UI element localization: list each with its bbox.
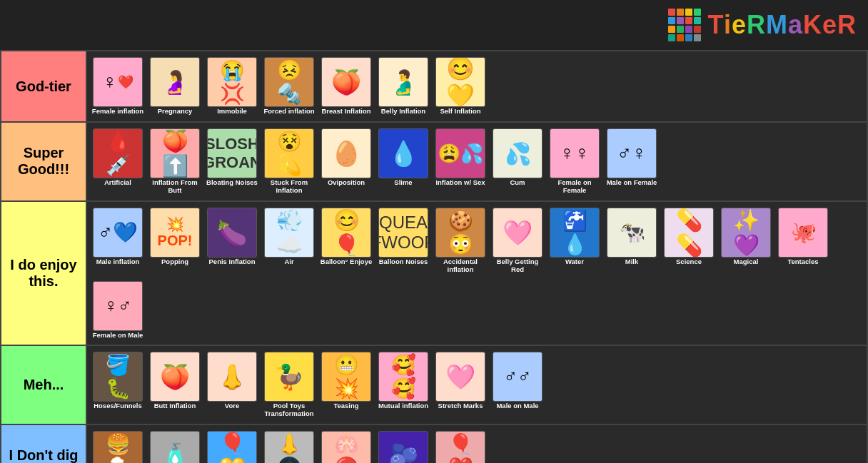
list-item[interactable]: 😣🔩 Forced inflation <box>261 54 317 118</box>
item-label: Forced inflation <box>263 107 314 115</box>
item-img: 🍑 <box>321 57 371 107</box>
list-item[interactable]: 😊💛 Self Inflation <box>433 54 488 118</box>
header: TieRMaKeR <box>0 0 868 50</box>
list-item[interactable]: 💦 Cum <box>490 126 545 189</box>
list-item[interactable]: 🩸💉 Artificial <box>90 126 146 189</box>
item-label: Balloon Noises <box>379 258 428 265</box>
list-item[interactable]: ✨💜 Magical <box>718 205 774 268</box>
item-label: Balloon° Enjoye <box>321 258 372 265</box>
item-img: 💨☁️ <box>264 208 314 258</box>
item-img: 👃 <box>207 352 257 402</box>
item-img: 💧 <box>378 128 428 178</box>
item-label: Slime <box>394 178 412 186</box>
item-img: 😬💥 <box>321 352 371 402</box>
list-item[interactable]: 🍑 Butt Inflation <box>147 349 203 412</box>
list-item[interactable]: 🫁🔴 Inflation From Navel <box>318 428 374 463</box>
list-item[interactable]: 🩷 Belly Getting Red <box>490 205 545 277</box>
tier-row-dontdig: I Don't dig it... 🍔🍺 Food 🧴 Tanks 🎈💛 Bal… <box>1 425 867 463</box>
list-item[interactable]: 🥰🥰 Mutual inflation <box>375 349 431 412</box>
list-item[interactable]: ♀️♀️ Female on Female <box>547 126 602 198</box>
item-label: Accidental Inflation <box>434 258 487 274</box>
tier-items-god: ♀️❤️ Female inflation 🤰 Pregnancy 😭💢 Imm… <box>87 51 867 121</box>
list-item[interactable]: 💊💊 Science <box>661 205 717 268</box>
list-item[interactable]: 🍑 Breast Inflation <box>318 54 374 118</box>
list-item[interactable]: 🤰 Pregnancy <box>147 54 203 118</box>
tier-label-dontdig: I Don't dig it... <box>1 425 87 463</box>
list-item[interactable]: 🍔🍺 Food <box>90 428 146 463</box>
list-item[interactable]: 💨☁️ Air <box>261 205 317 268</box>
item-label: Stretch Marks <box>438 402 483 409</box>
item-label: Male on Male <box>496 402 538 409</box>
list-item[interactable]: 💥POP! Popping <box>147 205 203 268</box>
list-item[interactable]: 🫃 Belly Inflation <box>375 54 431 118</box>
list-item[interactable]: 🎈❤️ Helium <box>433 428 488 463</box>
item-img: ✨💜 <box>721 208 771 258</box>
item-img: 🚰💧 <box>550 208 600 258</box>
item-label: Water <box>565 258 584 265</box>
item-label: Pool Toys Transformation <box>263 402 316 418</box>
item-label: Milk <box>625 258 638 265</box>
list-item[interactable]: SQUEAK FWOOP Balloon Noises <box>375 205 431 268</box>
list-item[interactable]: 🍑⬆️ Inflation From Butt <box>147 126 203 198</box>
list-item[interactable]: 🪣🐛 Hoses/Funnels <box>90 349 146 412</box>
item-img: 🥰🥰 <box>378 352 428 402</box>
item-img: 😊💛 <box>435 57 485 107</box>
item-img: ♂️♂️ <box>493 352 542 402</box>
list-item[interactable]: 😬💥 Teasing <box>318 349 374 412</box>
list-item[interactable]: 🚰💧 Water <box>547 205 602 268</box>
item-img: SLOSHGROAN <box>207 128 257 178</box>
list-item[interactable]: 🐄 Milk <box>604 205 660 268</box>
list-item[interactable]: 😊🎈 Balloon° Enjoye <box>318 205 374 268</box>
list-item[interactable]: 👃🌑 Belly Getting Trasparent <box>261 428 317 463</box>
item-label: Vore <box>225 402 239 409</box>
item-img: 🩷 <box>435 352 485 402</box>
item-label: Inflation From Butt <box>148 178 201 195</box>
list-item[interactable]: 💧 Slime <box>375 126 431 189</box>
item-img: 💥POP! <box>150 208 200 258</box>
list-item[interactable]: 🫐 Blueberry <box>375 428 431 463</box>
item-label: Penis Inflation <box>209 258 256 265</box>
list-item[interactable]: 😭💢 Immobile <box>204 54 260 118</box>
logo-grid <box>668 9 701 41</box>
list-item[interactable]: 🩷 Stretch Marks <box>433 349 488 412</box>
item-img: ♀️♂️ <box>93 281 143 331</box>
item-img: ♂️💙 <box>93 208 143 258</box>
item-label: Bloating Noises <box>206 178 258 186</box>
list-item[interactable]: 🦆 Pool Toys Transformation <box>261 349 317 421</box>
tier-label-supergood: Super Good!!! <box>1 123 87 200</box>
item-img: 🫃 <box>378 57 428 107</box>
item-label: Science <box>676 258 702 265</box>
item-img: 💊💊 <box>664 208 714 258</box>
item-img: ♀️♀️ <box>550 128 600 178</box>
list-item[interactable]: 👃 Vore <box>204 349 260 412</box>
tier-label-meh: Meh... <box>1 346 87 424</box>
item-img: 😵💫 <box>264 128 314 178</box>
list-item[interactable]: 😩💦 Inflation w/ Sex <box>433 126 488 189</box>
item-img: 😭💢 <box>207 57 257 107</box>
item-img: 🫁🔴 <box>321 431 371 463</box>
list-item[interactable]: 🧴 Tanks <box>147 428 203 463</box>
tier-row-meh: Meh... 🪣🐛 Hoses/Funnels 🍑 Butt Inflation… <box>1 346 867 425</box>
list-item[interactable]: 🎈💛 Balloon Enjoye <box>204 428 260 463</box>
list-item[interactable]: ♂️♀️ Male on Female <box>604 126 660 189</box>
item-label: Immobile <box>217 107 247 115</box>
list-item[interactable]: SLOSHGROAN Bloating Noises <box>204 126 260 189</box>
item-img: 🍔🍺 <box>93 431 143 463</box>
item-label: Self Inflation <box>440 107 481 115</box>
list-item[interactable]: 🥚 Oviposition <box>318 126 374 189</box>
list-item[interactable]: 🐙 Tentacles <box>775 205 831 268</box>
tier-items-dontdig: 🍔🍺 Food 🧴 Tanks 🎈💛 Balloon Enjoye 👃🌑 Bel… <box>87 425 867 463</box>
item-img: 🩷 <box>493 208 542 258</box>
list-item[interactable]: 🍆 Penis Inflation <box>204 205 260 268</box>
item-label: Belly Getting Red <box>491 258 544 274</box>
list-item[interactable]: ♂️♂️ Male on Male <box>490 349 545 412</box>
list-item[interactable]: ♂️💙 Male inflation <box>90 205 146 268</box>
item-img: 🍆 <box>207 208 257 258</box>
tier-label-god: God-tier <box>1 51 87 121</box>
item-label: Male inflation <box>96 258 140 265</box>
list-item[interactable]: 😵💫 Stuck From Inflation <box>261 126 317 198</box>
list-item[interactable]: ♀️❤️ Female inflation <box>90 54 146 118</box>
item-label: Cum <box>510 178 525 186</box>
list-item[interactable]: ♀️♂️ Female on Male <box>90 278 146 342</box>
list-item[interactable]: 🍪😳 Accidental Inflation <box>433 205 488 277</box>
